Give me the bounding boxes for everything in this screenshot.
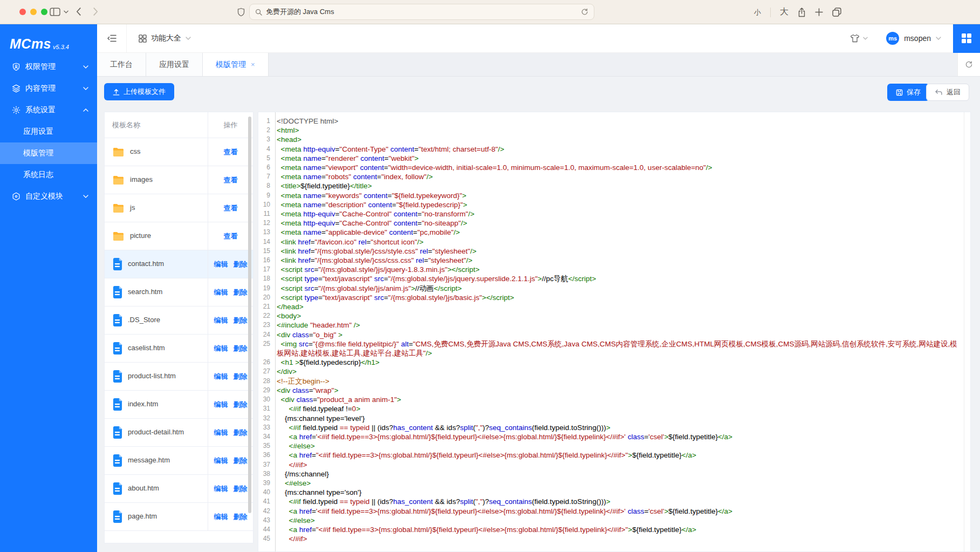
line-number: 24 [258,330,273,339]
table-row[interactable]: about.htm编辑删除 [105,475,253,503]
sidebar-item-label: 系统设置 [25,105,56,115]
sidebar-item-settings[interactable]: 系统设置 [0,99,97,121]
address-bar[interactable]: 免费开源的 Java Cms [249,4,594,20]
save-button[interactable]: 保存 [887,84,929,101]
theme-dropdown[interactable] [850,34,868,43]
table-row[interactable]: contact.htm编辑删除 [105,250,253,278]
table-row[interactable]: page.htm编辑删除 [105,503,253,531]
line-number: 29 [258,386,273,395]
table-row[interactable]: js查看 [105,194,253,222]
forward-icon[interactable] [93,8,98,16]
edit-link[interactable]: 编辑 [214,344,228,353]
code-line: 24<div class="o_big" > [258,330,970,339]
font-larger-button[interactable]: 大 [780,6,789,18]
table-row[interactable]: picture查看 [105,222,253,250]
table-row[interactable]: search.htm编辑删除 [105,278,253,306]
delete-link[interactable]: 删除 [234,344,248,353]
table-row[interactable]: product-detail.htm编辑删除 [105,419,253,447]
delete-link[interactable]: 删除 [234,484,248,494]
logo-text: MCms [10,37,51,51]
file-name-cell: product-detail.htm [105,419,208,446]
close-tab-icon[interactable]: × [251,61,255,68]
upload-template-button[interactable]: 上传模板文件 [104,83,174,100]
delete-link[interactable]: 删除 [234,372,248,381]
edit-link[interactable]: 编辑 [214,400,228,410]
apps-grid-button[interactable] [953,24,980,53]
font-smaller-button[interactable]: 小 [754,8,761,17]
code-line: 3<head> [258,135,970,144]
table-row[interactable]: images查看 [105,166,253,194]
edit-link[interactable]: 编辑 [214,372,228,381]
new-tab-icon[interactable] [815,8,823,16]
upload-label: 上传模板文件 [124,87,166,97]
sidebar-item-app-settings[interactable]: 应用设置 [0,121,97,142]
edit-link[interactable]: 编辑 [214,428,228,438]
code-line: 18 <script type="text/javascript" src="/… [258,274,970,283]
file-list-scrollbar[interactable] [248,117,251,513]
file-name-cell: css [105,138,208,166]
line-number: 6 [258,163,273,172]
browser-sidebar-icon[interactable] [50,8,60,16]
tab-workbench[interactable]: 工作台 [97,53,146,76]
zoom-window-button[interactable] [41,9,47,15]
back-button[interactable]: 返回 [926,84,969,101]
view-link[interactable]: 查看 [224,147,238,157]
app-menu-dropdown[interactable]: 功能大全 [127,33,203,43]
view-link[interactable]: 查看 [224,203,238,213]
back-icon[interactable] [76,8,81,16]
table-row[interactable]: css查看 [105,138,253,166]
sidebar-item-content[interactable]: 内容管理 [0,78,97,99]
tab-template-management[interactable]: 模版管理× [203,53,269,76]
share-icon[interactable] [798,8,806,17]
view-link[interactable]: 查看 [224,231,238,241]
line-number: 26 [258,358,273,367]
table-row[interactable]: caselist.htm编辑删除 [105,335,253,363]
code-editor[interactable]: 1<!DOCTYPE html>2<html>3<head>4 <meta ht… [258,112,971,552]
delete-link[interactable]: 删除 [234,428,248,438]
delete-link[interactable]: 删除 [234,316,248,325]
line-number: 25 [258,339,273,349]
table-row[interactable]: message.htm编辑删除 [105,447,253,475]
delete-link[interactable]: 删除 [234,512,248,522]
sidebar-item-system-log[interactable]: 系统日志 [0,164,97,186]
sidebar-item-template-management[interactable]: 模版管理 [0,142,97,164]
code-line: 33 <#if field.typeid == typeid || (ids?h… [258,423,970,432]
edit-link[interactable]: 编辑 [214,316,228,325]
refresh-tab-icon[interactable] [957,53,980,76]
operations-cell: 查看 [208,138,253,166]
delete-link[interactable]: 删除 [234,288,248,297]
tab-app-settings[interactable]: 应用设置 [146,53,203,76]
reload-icon[interactable] [581,8,588,16]
code-line: 27</div> [258,367,970,376]
table-row[interactable]: product-list.htm编辑删除 [105,363,253,391]
delete-link[interactable]: 删除 [234,400,248,410]
edit-link[interactable]: 编辑 [214,512,228,522]
close-window-button[interactable] [19,9,26,15]
edit-link[interactable]: 编辑 [214,456,228,466]
line-number: 36 [258,451,273,460]
file-name-cell: page.htm [105,503,208,530]
shield-icon[interactable] [237,8,245,17]
edit-link[interactable]: 编辑 [214,260,228,269]
code-line: 26 <h1 >${field.typedescrip}</h1> [258,358,970,367]
delete-link[interactable]: 删除 [234,456,248,466]
chevron-down-icon[interactable] [64,10,68,13]
collapse-sidebar-icon[interactable] [97,24,127,52]
view-link[interactable]: 查看 [224,175,238,185]
edit-link[interactable]: 编辑 [214,484,228,494]
code-line: 5 <meta name="renderer" content="webkit"… [258,154,970,163]
line-number: 2 [258,126,273,135]
sidebar-item-permission[interactable]: 权限管理 [0,56,97,78]
file-name: product-list.htm [128,371,176,381]
code-line: 6 <meta name="viewport" content="width=d… [258,163,970,172]
sidebar-item-custom-module[interactable]: 自定义模块 [0,186,97,207]
user-menu[interactable]: ms msopen [886,32,941,45]
table-row[interactable]: index.htm编辑删除 [105,391,253,419]
minimize-window-button[interactable] [30,9,37,15]
edit-link[interactable]: 编辑 [214,288,228,297]
tab-overview-icon[interactable] [832,8,841,17]
table-row[interactable]: .DS_Store编辑删除 [105,306,253,335]
delete-link[interactable]: 删除 [234,260,248,269]
operations-cell: 编辑删除 [208,391,253,418]
sidebar-item-label: 模版管理 [23,148,53,158]
